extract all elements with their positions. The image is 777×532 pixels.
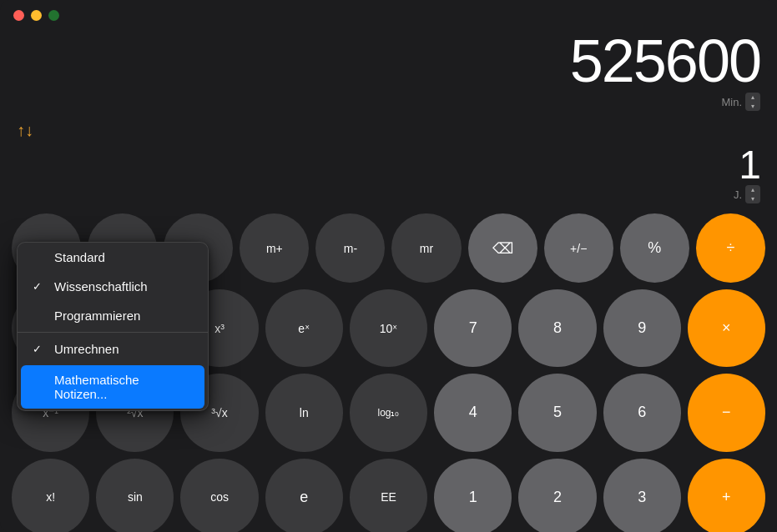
menu-item-standard[interactable]: Standard — [18, 243, 208, 272]
1-button[interactable]: 1 — [434, 459, 512, 532]
menu-item-umrechnen-label: Umrechnen — [54, 342, 119, 356]
multiply-button[interactable]: × — [688, 289, 765, 367]
m-minus-button[interactable]: m- — [315, 213, 385, 283]
main-display-area: 525600 Min. ▴ ▾ — [0, 31, 777, 118]
close-button[interactable] — [13, 10, 24, 21]
mr-button[interactable]: mr — [391, 213, 461, 283]
wissenschaftlich-checkmark: ✓ — [33, 280, 46, 293]
menu-item-programmieren[interactable]: Programmieren — [18, 301, 208, 330]
title-bar — [0, 0, 777, 31]
secondary-stepper-down-icon[interactable]: ▾ — [745, 194, 760, 203]
divide-button[interactable]: ÷ — [696, 213, 765, 283]
stepper-up-icon[interactable]: ▴ — [745, 93, 760, 102]
menu-item-umrechnen[interactable]: ✓ Umrechnen — [18, 334, 208, 364]
percent-button[interactable]: % — [620, 213, 689, 283]
notizen-checkmark — [33, 381, 46, 394]
3-button[interactable]: 3 — [603, 459, 681, 532]
sort-icon[interactable]: ↑↓ — [17, 121, 33, 140]
programmieren-checkmark — [33, 309, 46, 322]
ex-button[interactable]: eˣ — [265, 289, 343, 367]
calculator-type-menu: Standard ✓ Wissenschaftlich Programmiere… — [17, 242, 209, 411]
menu-item-notizen[interactable]: Mathematische Notizen... — [21, 365, 204, 409]
plus-minus-button[interactable]: +/− — [544, 213, 613, 283]
umrechnen-checkmark: ✓ — [33, 343, 46, 355]
button-row-4: x! sin cos e EE 1 2 3 + — [12, 459, 765, 532]
6-button[interactable]: 6 — [603, 374, 681, 451]
menu-item-wissenschaftlich[interactable]: ✓ Wissenschaftlich — [18, 272, 208, 301]
m-plus-button[interactable]: m+ — [240, 213, 309, 283]
secondary-stepper[interactable]: ▴ ▾ — [745, 185, 760, 203]
secondary-display-value: 1 — [739, 145, 760, 185]
menu-item-notizen-label: Mathematische Notizen... — [54, 373, 193, 401]
menu-divider-1 — [18, 332, 208, 333]
standard-checkmark — [33, 251, 46, 263]
stepper-down-icon[interactable]: ▾ — [745, 102, 760, 111]
main-label-row: Min. ▴ ▾ — [721, 93, 760, 111]
secondary-label-row: J. ▴ ▾ — [734, 185, 760, 203]
main-stepper[interactable]: ▴ ▾ — [745, 93, 760, 111]
2-button[interactable]: 2 — [518, 459, 596, 532]
secondary-display-area: 1 J. ▴ ▾ — [0, 143, 777, 207]
minimize-button[interactable] — [31, 10, 42, 21]
calculator-window: 525600 Min. ▴ ▾ ↑↓ 1 J. ▴ ▾ ( ) mc m — [0, 0, 777, 532]
history-row: ↑↓ — [0, 118, 777, 143]
7-button[interactable]: 7 — [434, 289, 512, 367]
menu-item-programmieren-label: Programmieren — [54, 309, 140, 323]
sin-button[interactable]: sin — [96, 459, 174, 532]
ln-button[interactable]: ln — [265, 374, 343, 451]
9-button[interactable]: 9 — [603, 289, 681, 367]
main-display-value: 525600 — [570, 31, 760, 91]
factorial-button[interactable]: x! — [12, 459, 89, 532]
menu-item-wissenschaftlich-label: Wissenschaftlich — [54, 279, 148, 294]
maximize-button[interactable] — [48, 10, 59, 21]
main-display-label: Min. — [721, 96, 742, 108]
backspace-button[interactable]: ⌫ — [468, 213, 537, 283]
e-button[interactable]: e — [265, 459, 343, 532]
log10-button[interactable]: log₁₀ — [350, 374, 427, 451]
10x-button[interactable]: 10ˣ — [350, 289, 427, 367]
plus-button[interactable]: + — [688, 459, 765, 532]
menu-item-standard-label: Standard — [54, 250, 105, 264]
minus-button[interactable]: − — [688, 374, 765, 451]
secondary-display-label: J. — [734, 188, 742, 201]
secondary-stepper-up-icon[interactable]: ▴ — [745, 185, 760, 194]
cos-button[interactable]: cos — [180, 459, 258, 532]
EE-button[interactable]: EE — [350, 459, 427, 532]
5-button[interactable]: 5 — [518, 374, 596, 451]
4-button[interactable]: 4 — [434, 374, 512, 451]
8-button[interactable]: 8 — [518, 289, 596, 367]
